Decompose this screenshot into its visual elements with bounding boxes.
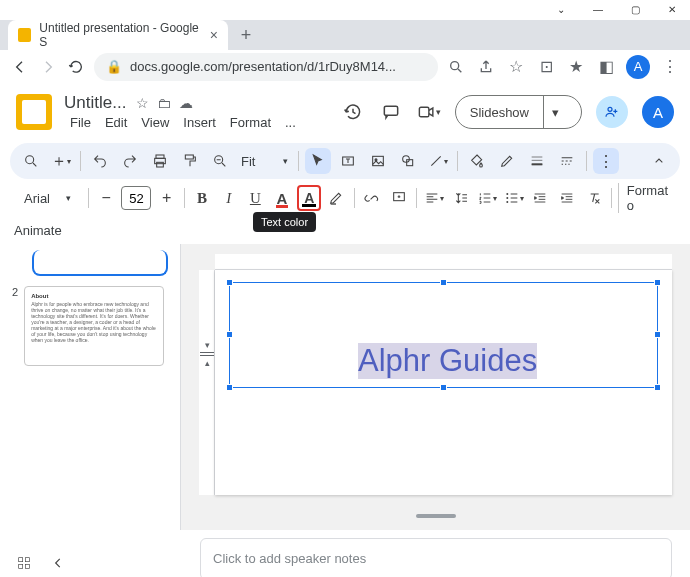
menu-view[interactable]: View <box>135 113 175 132</box>
prev-slide-icon[interactable] <box>48 553 68 573</box>
paint-format-button[interactable] <box>177 148 203 174</box>
font-color-button[interactable]: A <box>271 185 294 211</box>
resize-handle[interactable] <box>440 279 447 286</box>
border-color-icon[interactable] <box>494 148 520 174</box>
resize-handle[interactable] <box>654 384 661 391</box>
image-tool-icon[interactable] <box>365 148 391 174</box>
nav-back-button[interactable] <box>10 57 30 77</box>
tab-close-icon[interactable]: × <box>210 27 218 43</box>
slide-thumb-2[interactable]: About Alphr is for people who embrace ne… <box>24 286 164 366</box>
win-caret-icon[interactable]: ⌄ <box>557 4 565 20</box>
browser-menu-icon[interactable]: ⋮ <box>660 57 680 77</box>
win-minimize-icon[interactable]: ― <box>593 4 603 20</box>
line-tool-icon[interactable]: ▾ <box>425 148 451 174</box>
font-size-decrease[interactable]: − <box>95 185 118 211</box>
format-options-button[interactable]: Format o <box>618 183 672 213</box>
win-close-icon[interactable]: ✕ <box>668 4 676 20</box>
share-button[interactable] <box>596 96 628 128</box>
select-tool-icon[interactable] <box>305 148 331 174</box>
textbox-tool-icon[interactable] <box>335 148 361 174</box>
font-size-increase[interactable]: + <box>155 185 178 211</box>
horizontal-ruler[interactable] <box>215 254 672 270</box>
new-slide-button[interactable]: ＋▾ <box>48 148 74 174</box>
resize-handle[interactable] <box>440 384 447 391</box>
zoom-tool-icon[interactable] <box>207 148 233 174</box>
bold-button[interactable]: B <box>191 185 214 211</box>
tab-title: Untitled presentation - Google S <box>39 21 201 49</box>
speaker-notes[interactable]: Click to add speaker notes <box>200 538 672 577</box>
address-bar[interactable]: 🔒 docs.google.com/presentation/d/1rDuy8M… <box>94 53 438 81</box>
new-tab-button[interactable]: + <box>234 23 258 47</box>
nav-forward-button[interactable] <box>38 57 58 77</box>
resize-handle[interactable] <box>226 384 233 391</box>
svg-rect-7 <box>157 162 164 167</box>
undo-button[interactable] <box>87 148 113 174</box>
slideshow-caret-icon[interactable]: ▾ <box>543 95 567 129</box>
resize-handle[interactable] <box>226 331 233 338</box>
textbox-content[interactable]: Alphr Guides <box>358 343 537 379</box>
highlight-button[interactable] <box>325 185 348 211</box>
italic-button[interactable]: I <box>217 185 240 211</box>
comments-icon[interactable] <box>379 100 403 124</box>
border-weight-icon[interactable] <box>524 148 550 174</box>
font-size-input[interactable]: 52 <box>121 186 151 210</box>
nav-reload-button[interactable] <box>66 57 86 77</box>
notes-resize-handle[interactable] <box>416 514 456 518</box>
zoom-select[interactable]: Fit▾ <box>237 154 292 169</box>
grid-view-icon[interactable] <box>14 553 34 573</box>
border-dash-icon[interactable] <box>554 148 580 174</box>
decrease-indent-button[interactable] <box>529 185 552 211</box>
redo-button[interactable] <box>117 148 143 174</box>
insert-link-button[interactable] <box>361 185 384 211</box>
collapse-toolbar-icon[interactable] <box>646 148 672 174</box>
slideshow-button[interactable]: Slideshow ▾ <box>455 95 582 129</box>
move-icon[interactable]: 🗀 <box>157 95 171 111</box>
bulleted-list-button[interactable]: ▾ <box>503 185 526 211</box>
resize-handle[interactable] <box>654 331 661 338</box>
sidepanel-icon[interactable]: ◧ <box>596 57 616 77</box>
underline-button[interactable]: U <box>244 185 267 211</box>
vertical-ruler[interactable] <box>199 270 215 495</box>
star-icon[interactable]: ☆ <box>136 95 149 111</box>
install-icon[interactable]: ⊡ <box>536 57 556 77</box>
account-avatar[interactable]: A <box>642 96 674 128</box>
search-menu-icon[interactable] <box>18 148 44 174</box>
menu-more[interactable]: ... <box>279 113 302 132</box>
meet-icon[interactable]: ▾ <box>417 100 441 124</box>
menu-insert[interactable]: Insert <box>177 113 222 132</box>
print-button[interactable] <box>147 148 173 174</box>
resize-handle[interactable] <box>226 279 233 286</box>
slides-logo-icon[interactable] <box>16 94 52 130</box>
history-icon[interactable] <box>341 100 365 124</box>
cloud-status-icon[interactable]: ☁ <box>179 95 193 111</box>
slide-canvas[interactable]: Alphr Guides <box>215 270 672 495</box>
menu-file[interactable]: File <box>64 113 97 132</box>
insert-comment-button[interactable] <box>387 185 410 211</box>
resize-handle[interactable] <box>654 279 661 286</box>
menu-edit[interactable]: Edit <box>99 113 133 132</box>
slide-thumb-1[interactable] <box>32 250 168 276</box>
fill-color-icon[interactable] <box>464 148 490 174</box>
selected-textbox[interactable]: Alphr Guides <box>229 282 658 388</box>
share-icon[interactable] <box>476 57 496 77</box>
svg-point-16 <box>506 193 508 195</box>
shape-tool-icon[interactable] <box>395 148 421 174</box>
more-tools-icon[interactable]: ⋮ <box>593 148 619 174</box>
increase-indent-button[interactable] <box>556 185 579 211</box>
win-maximize-icon[interactable]: ▢ <box>631 4 640 20</box>
browser-tab[interactable]: Untitled presentation - Google S × <box>8 20 228 50</box>
align-button[interactable]: ▾ <box>423 185 446 211</box>
doc-title[interactable]: Untitle... <box>64 93 126 113</box>
ruler-indent-marker[interactable]: ▾▴ <box>196 340 218 368</box>
numbered-list-button[interactable]: ▾ <box>476 185 499 211</box>
bookmark-star-icon[interactable]: ☆ <box>506 57 526 77</box>
line-spacing-button[interactable] <box>449 185 472 211</box>
font-select[interactable]: Arial▾ <box>18 191 82 206</box>
zoom-icon[interactable] <box>446 57 466 77</box>
extensions-icon[interactable]: ★ <box>566 57 586 77</box>
clear-formatting-button[interactable] <box>582 185 605 211</box>
profile-avatar[interactable]: A <box>626 55 650 79</box>
animate-button[interactable]: Animate <box>0 217 690 244</box>
text-color-button[interactable]: A <box>297 185 321 211</box>
menu-format[interactable]: Format <box>224 113 277 132</box>
